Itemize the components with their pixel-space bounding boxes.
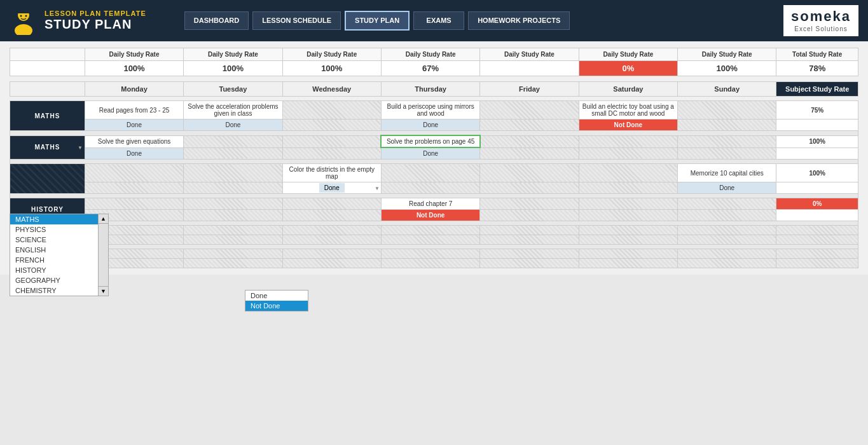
status-tue-1[interactable]: Done — [184, 120, 282, 131]
nav-study-plan[interactable]: STUDY PLAN — [345, 11, 410, 30]
task-mon-2[interactable]: Solve the given equations — [85, 135, 183, 147]
rate-maths-1: 75% — [776, 101, 858, 120]
spacer-row — [10, 221, 858, 226]
rate-status-geo — [776, 182, 858, 194]
status-sun-3[interactable]: Done — [678, 182, 776, 194]
table-row: HISTORY Read chapter 7 0% — [10, 198, 858, 210]
task-sat-3 — [579, 164, 677, 182]
days-thursday: Thursday — [381, 82, 479, 97]
dd-item-history[interactable]: HISTORY — [10, 265, 98, 275]
status-mon-3 — [85, 182, 183, 194]
dropdown-scrollbar[interactable]: ▲ ▼ — [99, 214, 109, 296]
status-wed-1 — [282, 120, 381, 131]
header: LESSON PLAN TEMPLATE STUDY PLAN DASHBOAR… — [0, 0, 868, 41]
stats-val-1: 100% — [184, 61, 282, 76]
status-sat-2 — [579, 147, 677, 160]
table-row — [10, 226, 858, 235]
task-wed-3[interactable]: Color the districts in the empty map — [282, 164, 381, 182]
table-row: Done ▼ Done — [10, 182, 858, 194]
task-mon-1[interactable]: Read pages from 23 - 25 — [85, 101, 183, 120]
nav-exams[interactable]: EXAMS — [413, 11, 464, 29]
dd-item-science[interactable]: SCIENCE — [10, 235, 98, 245]
task-thu-1[interactable]: Build a periscope using mirrors and wood — [381, 101, 479, 120]
status-wed-3[interactable]: Done ▼ — [282, 182, 381, 194]
status-mon-2[interactable]: Done — [85, 147, 183, 160]
status-thu-1[interactable]: Done — [381, 120, 479, 131]
nav-dashboard[interactable]: DASHBOARD — [184, 11, 249, 29]
status-dd-not-done[interactable]: Not Done — [245, 301, 308, 311]
task-wed-4 — [282, 198, 381, 210]
task-tue-2 — [184, 135, 282, 147]
status-sat-1[interactable]: Not Done — [579, 120, 677, 131]
status-wed-4 — [282, 210, 381, 221]
stats-val-2: 100% — [282, 61, 381, 76]
status-tue-3 — [184, 182, 282, 194]
days-header-row: Monday Tuesday Wednesday Thursday Friday… — [10, 82, 858, 97]
task-thu-4[interactable]: Read chapter 7 — [381, 198, 479, 210]
dd-item-maths[interactable]: MATHS — [10, 214, 98, 224]
status-mon-1[interactable]: Done — [85, 120, 183, 131]
scroll-up-arrow[interactable]: ▲ — [99, 214, 108, 224]
main-content: Daily Study Rate Daily Study Rate Daily … — [0, 41, 868, 275]
status-thu-2[interactable]: Done — [381, 147, 479, 160]
task-thu-2[interactable]: Solve the problems on page 45 — [381, 135, 479, 147]
task-sat-1[interactable]: Build an electric toy boat using a small… — [579, 101, 677, 120]
rate-geo: 100% — [776, 164, 858, 182]
header-titles: LESSON PLAN TEMPLATE STUDY PLAN — [45, 10, 146, 32]
stats-header-3: Daily Study Rate — [282, 48, 381, 61]
dd-item-french[interactable]: FRENCH — [10, 255, 98, 265]
task-wed-2 — [282, 135, 381, 147]
status-thu-4[interactable]: Not Done — [381, 210, 479, 221]
stats-val-6: 100% — [678, 61, 776, 76]
nav-lesson-schedule[interactable]: LESSON SCHEDULE — [252, 11, 341, 29]
stats-header-8: Total Study Rate — [776, 48, 858, 61]
subject-dropdown-container[interactable]: MATHS PHYSICS SCIENCE ENGLISH FRENCH HIS… — [10, 214, 109, 296]
status-fri-1 — [480, 120, 579, 131]
stats-header-row: Daily Study Rate Daily Study Rate Daily … — [10, 48, 858, 61]
stats-header-1: Daily Study Rate — [85, 48, 183, 61]
task-fri-4 — [480, 198, 579, 210]
task-sun-4 — [678, 198, 776, 210]
dd-item-physics[interactable]: PHYSICS — [10, 224, 98, 235]
subject-maths-2[interactable]: MATHS ▼ — [10, 135, 85, 160]
study-plan-label: STUDY PLAN — [45, 17, 146, 32]
table-row: Done Done Done Not Done — [10, 120, 858, 131]
days-sunday: Sunday — [678, 82, 776, 97]
table-row: MATHS Read pages from 23 - 25 Solve the … — [10, 101, 858, 120]
brand-name: someka — [791, 8, 851, 25]
task-sun-1 — [678, 101, 776, 120]
nav-homework-projects[interactable]: HOMEWORK PROJECTS — [468, 11, 570, 29]
dd-item-geography[interactable]: GEOGRAPHY — [10, 275, 98, 285]
task-empty-6 — [579, 226, 677, 235]
days-subject-col — [10, 82, 85, 97]
spacer-row — [10, 131, 858, 136]
spacer-row — [10, 245, 858, 249]
stats-value-row: 100% 100% 100% 67% 0% 100% 78% — [10, 61, 858, 76]
lesson-plan-label: LESSON PLAN TEMPLATE — [45, 10, 146, 17]
stats-val-4 — [480, 61, 579, 76]
task-sat-4 — [579, 198, 677, 210]
status-wed-2 — [282, 147, 381, 160]
status-dd-done[interactable]: Done — [245, 291, 308, 301]
task-tue-3 — [184, 164, 282, 182]
task-sun-3[interactable]: Memorize 10 capital cities — [678, 164, 776, 182]
dd-item-chemistry[interactable]: CHEMISTRY — [10, 285, 98, 296]
stats-header-5: Daily Study Rate — [480, 48, 579, 61]
status-sun-4 — [678, 210, 776, 221]
task-tue-1[interactable]: Solve the acceleration problems given in… — [184, 101, 282, 120]
status-fri-3 — [480, 182, 579, 194]
person-icon — [10, 6, 38, 35]
table-row: Not Done — [10, 210, 858, 221]
dd-item-english[interactable]: ENGLISH — [10, 245, 98, 255]
stats-total: 78% — [776, 61, 858, 76]
days-tuesday: Tuesday — [184, 82, 282, 97]
status-dropdown[interactable]: Done Not Done — [245, 290, 308, 312]
subject-dropdown-list[interactable]: MATHS PHYSICS SCIENCE ENGLISH FRENCH HIS… — [10, 214, 99, 296]
task-wed-1 — [282, 101, 381, 120]
task-fri-1 — [480, 101, 579, 120]
scroll-down-arrow[interactable]: ▼ — [99, 286, 108, 296]
table-row: MATHS ▼ Solve the given equations Solve … — [10, 135, 858, 147]
rate-maths-2: 100% — [776, 135, 858, 147]
stats-header-7: Daily Study Rate — [678, 48, 776, 61]
table-row: Done Done — [10, 147, 858, 160]
